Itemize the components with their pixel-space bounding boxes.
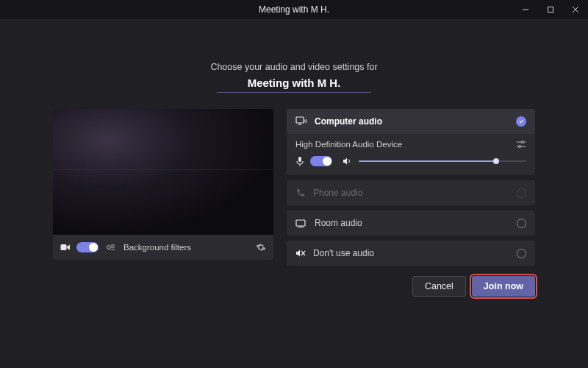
svg-rect-12 [298, 157, 301, 162]
close-button[interactable] [563, 0, 588, 19]
room-audio-icon [295, 219, 307, 227]
svg-rect-4 [61, 244, 67, 250]
sliders-icon[interactable] [516, 140, 526, 149]
computer-audio-label: Computer audio [315, 116, 382, 127]
camera-toggle-group [60, 242, 98, 252]
mic-toggle-group [295, 156, 332, 166]
content-area: Choose your audio and video settings for… [0, 19, 588, 368]
join-now-button[interactable]: Join now [472, 276, 535, 297]
audio-panel: Computer audio High Definition Audio Dev… [287, 109, 535, 266]
minimize-button[interactable] [513, 0, 538, 19]
audio-device-name: High Definition Audio Device [295, 140, 402, 149]
camera-icon [60, 243, 71, 252]
svg-rect-1 [548, 7, 553, 13]
mic-toggle[interactable] [310, 156, 332, 166]
pre-join-window: Meeting with M H. Choose your audio and … [0, 0, 588, 368]
cancel-button[interactable]: Cancel [412, 276, 466, 297]
svg-rect-14 [296, 220, 305, 226]
phone-icon [295, 188, 306, 198]
background-filters-button[interactable]: Background filters [123, 243, 191, 252]
room-audio-option[interactable]: Room audio [287, 210, 535, 236]
audio-controls-row [295, 156, 526, 166]
window-controls [513, 0, 588, 19]
selected-check-icon [516, 116, 526, 127]
speaker-icon [343, 157, 353, 166]
heading-subtitle: Choose your audio and video settings for [53, 62, 535, 72]
computer-audio-option[interactable]: Computer audio [287, 109, 535, 134]
video-controls-bar: Background filters [53, 235, 273, 260]
footer: Cancel Join now [53, 276, 535, 297]
svg-point-5 [107, 246, 111, 250]
video-panel: Background filters [53, 109, 273, 260]
room-audio-label: Room audio [315, 218, 362, 228]
volume-group [343, 156, 526, 166]
audio-device-row[interactable]: High Definition Audio Device [295, 140, 526, 149]
computer-audio-body: High Definition Audio Device [287, 134, 535, 175]
pc-audio-icon [295, 116, 307, 127]
titlebar: Meeting with M H. [0, 0, 588, 19]
heading: Choose your audio and video settings for… [53, 62, 535, 93]
video-preview [53, 109, 273, 235]
radio-unselected [517, 219, 526, 228]
no-audio-option[interactable]: Don't use audio [287, 241, 535, 266]
svg-rect-6 [296, 117, 304, 123]
svg-point-9 [521, 141, 523, 143]
meeting-name: Meeting with M H. [217, 77, 371, 93]
radio-unselected [517, 249, 526, 258]
svg-point-11 [518, 145, 520, 147]
radio-unselected [517, 188, 526, 198]
mic-icon [295, 156, 304, 166]
volume-slider[interactable] [359, 156, 526, 166]
camera-toggle[interactable] [76, 242, 98, 252]
phone-audio-option: Phone audio [287, 180, 535, 205]
gear-icon[interactable] [256, 242, 266, 252]
phone-audio-label: Phone audio [313, 188, 362, 198]
background-filters-icon [106, 243, 116, 252]
maximize-button[interactable] [538, 0, 563, 19]
speaker-off-icon [295, 249, 306, 258]
no-audio-label: Don't use audio [313, 248, 374, 258]
window-title: Meeting with M H. [0, 4, 588, 15]
computer-audio-card: Computer audio High Definition Audio Dev… [287, 109, 535, 175]
panels: Background filters Computer audio [53, 109, 535, 266]
